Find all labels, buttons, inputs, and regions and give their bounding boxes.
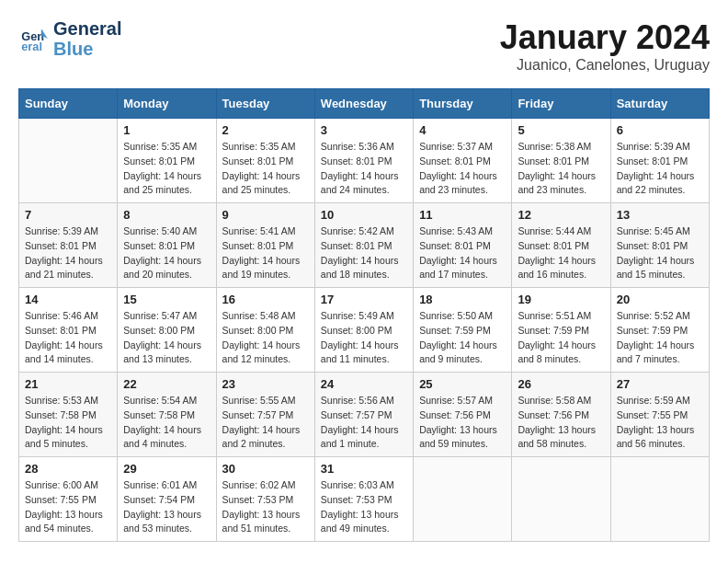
page-header: Gen eral General Blue January 2024 Juani… bbox=[18, 18, 710, 74]
day-info: Sunrise: 5:39 AMSunset: 8:01 PMDaylight:… bbox=[25, 224, 111, 282]
day-info: Sunrise: 5:50 AMSunset: 7:59 PMDaylight:… bbox=[419, 309, 506, 367]
day-cell: 30Sunrise: 6:02 AMSunset: 7:53 PMDayligh… bbox=[216, 457, 314, 542]
day-cell: 28Sunrise: 6:00 AMSunset: 7:55 PMDayligh… bbox=[19, 457, 118, 542]
day-cell: 27Sunrise: 5:59 AMSunset: 7:55 PMDayligh… bbox=[610, 373, 709, 457]
day-number: 25 bbox=[419, 377, 506, 391]
week-row-1: 1Sunrise: 5:35 AMSunset: 8:01 PMDaylight… bbox=[19, 119, 710, 203]
day-info: Sunrise: 5:42 AMSunset: 8:01 PMDaylight:… bbox=[321, 224, 407, 282]
day-cell bbox=[414, 457, 512, 542]
day-number: 10 bbox=[321, 208, 407, 222]
day-info: Sunrise: 5:44 AMSunset: 8:01 PMDaylight:… bbox=[518, 224, 604, 282]
week-row-4: 21Sunrise: 5:53 AMSunset: 7:58 PMDayligh… bbox=[19, 373, 710, 457]
col-header-thursday: Thursday bbox=[414, 89, 512, 119]
day-cell: 14Sunrise: 5:46 AMSunset: 8:01 PMDayligh… bbox=[19, 288, 118, 373]
day-cell: 13Sunrise: 5:45 AMSunset: 8:01 PMDayligh… bbox=[610, 203, 709, 288]
day-number: 15 bbox=[123, 293, 210, 306]
day-cell: 21Sunrise: 5:53 AMSunset: 7:58 PMDayligh… bbox=[19, 373, 118, 457]
day-number: 24 bbox=[321, 377, 407, 391]
day-info: Sunrise: 5:51 AMSunset: 7:59 PMDaylight:… bbox=[518, 309, 604, 367]
day-number: 5 bbox=[518, 123, 604, 137]
day-info: Sunrise: 5:37 AMSunset: 8:01 PMDaylight:… bbox=[419, 140, 506, 198]
day-number: 17 bbox=[321, 293, 407, 306]
day-info: Sunrise: 5:35 AMSunset: 8:01 PMDaylight:… bbox=[222, 140, 309, 198]
day-cell: 19Sunrise: 5:51 AMSunset: 7:59 PMDayligh… bbox=[512, 288, 610, 373]
logo-icon: Gen eral bbox=[18, 24, 48, 53]
day-info: Sunrise: 6:03 AMSunset: 7:53 PMDaylight:… bbox=[321, 478, 407, 536]
day-info: Sunrise: 6:01 AMSunset: 7:54 PMDaylight:… bbox=[123, 478, 210, 536]
day-info: Sunrise: 5:49 AMSunset: 8:00 PMDaylight:… bbox=[321, 309, 407, 367]
day-info: Sunrise: 5:41 AMSunset: 8:01 PMDaylight:… bbox=[222, 224, 309, 282]
day-cell: 25Sunrise: 5:57 AMSunset: 7:56 PMDayligh… bbox=[414, 373, 512, 457]
location-subtitle: Juanico, Canelones, Uruguay bbox=[500, 57, 710, 74]
col-header-wednesday: Wednesday bbox=[314, 89, 413, 119]
day-number: 28 bbox=[25, 462, 111, 476]
day-number: 22 bbox=[123, 377, 210, 391]
day-number: 26 bbox=[518, 377, 604, 391]
day-number: 12 bbox=[518, 208, 604, 222]
day-cell: 8Sunrise: 5:40 AMSunset: 8:01 PMDaylight… bbox=[118, 203, 216, 288]
logo: Gen eral General Blue bbox=[18, 18, 121, 59]
header-row: SundayMondayTuesdayWednesdayThursdayFrid… bbox=[19, 89, 710, 119]
day-cell: 15Sunrise: 5:47 AMSunset: 8:00 PMDayligh… bbox=[118, 288, 216, 373]
day-number: 7 bbox=[25, 208, 111, 222]
logo-line1: General bbox=[53, 18, 121, 39]
week-row-5: 28Sunrise: 6:00 AMSunset: 7:55 PMDayligh… bbox=[19, 457, 710, 542]
week-row-3: 14Sunrise: 5:46 AMSunset: 8:01 PMDayligh… bbox=[19, 288, 710, 373]
day-info: Sunrise: 5:56 AMSunset: 7:57 PMDaylight:… bbox=[321, 394, 407, 452]
day-cell: 12Sunrise: 5:44 AMSunset: 8:01 PMDayligh… bbox=[512, 203, 610, 288]
day-info: Sunrise: 5:48 AMSunset: 8:00 PMDaylight:… bbox=[222, 309, 309, 367]
week-row-2: 7Sunrise: 5:39 AMSunset: 8:01 PMDaylight… bbox=[19, 203, 710, 288]
day-number: 30 bbox=[222, 462, 309, 476]
day-info: Sunrise: 5:57 AMSunset: 7:56 PMDaylight:… bbox=[419, 394, 506, 452]
day-cell bbox=[19, 119, 118, 203]
day-info: Sunrise: 5:52 AMSunset: 7:59 PMDaylight:… bbox=[617, 309, 703, 367]
day-number: 18 bbox=[419, 293, 506, 306]
title-block: January 2024 Juanico, Canelones, Uruguay bbox=[500, 18, 710, 74]
day-cell: 9Sunrise: 5:41 AMSunset: 8:01 PMDaylight… bbox=[216, 203, 314, 288]
svg-text:eral: eral bbox=[21, 40, 42, 53]
day-number: 3 bbox=[321, 123, 407, 137]
day-cell: 2Sunrise: 5:35 AMSunset: 8:01 PMDaylight… bbox=[216, 119, 314, 203]
day-number: 14 bbox=[25, 293, 111, 306]
day-info: Sunrise: 5:43 AMSunset: 8:01 PMDaylight:… bbox=[419, 224, 506, 282]
day-cell: 31Sunrise: 6:03 AMSunset: 7:53 PMDayligh… bbox=[314, 457, 413, 542]
day-cell: 11Sunrise: 5:43 AMSunset: 8:01 PMDayligh… bbox=[414, 203, 512, 288]
col-header-monday: Monday bbox=[118, 89, 216, 119]
day-cell: 1Sunrise: 5:35 AMSunset: 8:01 PMDaylight… bbox=[118, 119, 216, 203]
day-info: Sunrise: 5:54 AMSunset: 7:58 PMDaylight:… bbox=[123, 394, 210, 452]
day-cell: 23Sunrise: 5:55 AMSunset: 7:57 PMDayligh… bbox=[216, 373, 314, 457]
day-info: Sunrise: 6:02 AMSunset: 7:53 PMDaylight:… bbox=[222, 478, 309, 536]
day-info: Sunrise: 5:38 AMSunset: 8:01 PMDaylight:… bbox=[518, 140, 604, 198]
day-number: 11 bbox=[419, 208, 506, 222]
day-info: Sunrise: 6:00 AMSunset: 7:55 PMDaylight:… bbox=[25, 478, 111, 536]
day-number: 9 bbox=[222, 208, 309, 222]
day-number: 1 bbox=[123, 123, 210, 137]
day-info: Sunrise: 5:59 AMSunset: 7:55 PMDaylight:… bbox=[617, 394, 703, 452]
day-number: 23 bbox=[222, 377, 309, 391]
day-cell: 3Sunrise: 5:36 AMSunset: 8:01 PMDaylight… bbox=[314, 119, 413, 203]
day-number: 19 bbox=[518, 293, 604, 306]
day-number: 13 bbox=[617, 208, 703, 222]
day-info: Sunrise: 5:39 AMSunset: 8:01 PMDaylight:… bbox=[617, 140, 703, 198]
day-info: Sunrise: 5:36 AMSunset: 8:01 PMDaylight:… bbox=[321, 140, 407, 198]
day-cell: 10Sunrise: 5:42 AMSunset: 8:01 PMDayligh… bbox=[314, 203, 413, 288]
day-cell: 29Sunrise: 6:01 AMSunset: 7:54 PMDayligh… bbox=[118, 457, 216, 542]
day-cell: 20Sunrise: 5:52 AMSunset: 7:59 PMDayligh… bbox=[610, 288, 709, 373]
day-info: Sunrise: 5:45 AMSunset: 8:01 PMDaylight:… bbox=[617, 224, 703, 282]
day-number: 27 bbox=[617, 377, 703, 391]
day-info: Sunrise: 5:58 AMSunset: 7:56 PMDaylight:… bbox=[518, 394, 604, 452]
day-number: 2 bbox=[222, 123, 309, 137]
day-cell: 24Sunrise: 5:56 AMSunset: 7:57 PMDayligh… bbox=[314, 373, 413, 457]
day-info: Sunrise: 5:47 AMSunset: 8:00 PMDaylight:… bbox=[123, 309, 210, 367]
day-cell: 5Sunrise: 5:38 AMSunset: 8:01 PMDaylight… bbox=[512, 119, 610, 203]
day-info: Sunrise: 5:46 AMSunset: 8:01 PMDaylight:… bbox=[25, 309, 111, 367]
day-number: 21 bbox=[25, 377, 111, 391]
day-info: Sunrise: 5:35 AMSunset: 8:01 PMDaylight:… bbox=[123, 140, 210, 198]
day-cell: 26Sunrise: 5:58 AMSunset: 7:56 PMDayligh… bbox=[512, 373, 610, 457]
day-cell: 6Sunrise: 5:39 AMSunset: 8:01 PMDaylight… bbox=[610, 119, 709, 203]
day-cell: 22Sunrise: 5:54 AMSunset: 7:58 PMDayligh… bbox=[118, 373, 216, 457]
col-header-saturday: Saturday bbox=[610, 89, 709, 119]
col-header-tuesday: Tuesday bbox=[216, 89, 314, 119]
day-number: 4 bbox=[419, 123, 506, 137]
day-number: 8 bbox=[123, 208, 210, 222]
